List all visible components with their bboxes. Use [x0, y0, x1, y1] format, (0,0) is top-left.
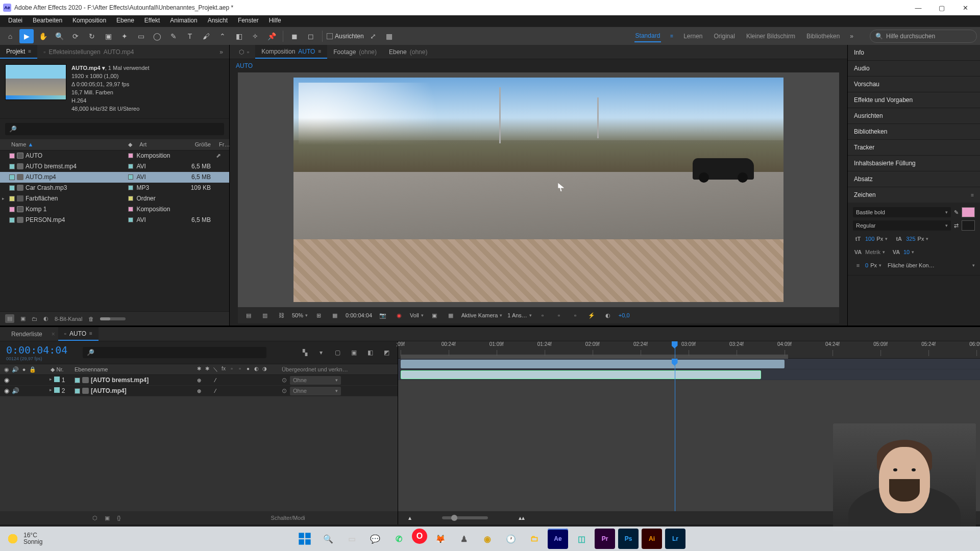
switch-modes-label[interactable]: Schalter/Modi — [271, 515, 305, 521]
tl-col-parent[interactable]: Übergeordnet und verkn… — [272, 366, 398, 372]
fill-over-stroke-dropdown[interactable]: Fläche über Kon…▾ — [888, 262, 975, 268]
font-size-field[interactable]: tT100Px▾ — [853, 236, 888, 242]
taskbar-app-generic2[interactable]: ◉ — [477, 529, 498, 549]
snapshot-icon[interactable]: 📷 — [377, 310, 388, 321]
taskbar-firefox[interactable]: 🦊 — [430, 529, 451, 549]
tab-effect-controls[interactable]: ▫ Effekteinstellungen AUTO.mp4 » — [37, 45, 229, 59]
zoom-out-icon[interactable]: ▴ — [408, 514, 411, 521]
layer-clip-1[interactable] — [401, 360, 785, 368]
tl-toggle2-icon[interactable]: ▣ — [105, 515, 110, 521]
stroke-width-field[interactable]: ≡0Px▾ — [853, 262, 881, 268]
trash-icon[interactable]: 🗑 — [88, 316, 94, 322]
taskbar-premiere[interactable]: Pr — [595, 529, 615, 549]
panel-character[interactable]: Zeichen≡ — [848, 187, 980, 203]
view2-icon[interactable]: ▫ — [553, 310, 565, 321]
panel-content-aware[interactable]: Inhaltsbasierte Füllung — [848, 156, 980, 171]
taskbar-app-generic1[interactable]: ♟ — [454, 529, 474, 549]
view1-icon[interactable]: ▫ — [537, 310, 548, 321]
chain-icon[interactable]: ⛓ — [276, 310, 287, 321]
effectcontrols-overflow-icon[interactable]: » — [219, 48, 223, 56]
project-list[interactable]: AUTO Komposition ⬈ AUTO bremst.mp4 AVI 6… — [0, 151, 229, 311]
viewer-timecode[interactable]: 0:00:04:04 — [346, 312, 372, 318]
taskbar-clock[interactable]: 🕐 — [501, 529, 521, 549]
tab-composition-menu-icon[interactable]: ≡ — [318, 48, 321, 54]
timeline-ruler[interactable]: ;09f00:24f01:09f01:24f02:09f02:24f03:09f… — [398, 341, 980, 359]
channel-icon[interactable]: ◉ — [394, 310, 405, 321]
workspace-menu-icon[interactable]: ≡ — [670, 33, 673, 39]
stroke-swap-icon[interactable]: ⇄ — [954, 222, 959, 229]
close-button[interactable]: ✕ — [953, 0, 977, 15]
tl-shy-icon[interactable]: ▾ — [316, 349, 326, 356]
taskbar-chat[interactable]: 💬 — [365, 529, 385, 549]
rotate-tool[interactable]: ↻ — [85, 29, 99, 43]
leading-field[interactable]: tA325Px▾ — [894, 236, 928, 242]
font-family-dropdown[interactable]: Bastile bold▾ — [853, 207, 951, 217]
menu-window[interactable]: Fenster — [233, 15, 264, 27]
kerning-field[interactable]: VAMetrik▾ — [853, 249, 885, 255]
project-item[interactable]: AUTO Komposition ⬈ — [0, 151, 229, 161]
tl-frame-blend-icon[interactable]: ▢ — [332, 349, 342, 356]
panel-paragraph[interactable]: Absatz — [848, 171, 980, 187]
col-type[interactable]: Art — [136, 141, 187, 147]
res-full-icon[interactable]: ⊞ — [313, 310, 324, 321]
grid-icon[interactable]: ▦ — [329, 310, 340, 321]
resolution-dropdown[interactable]: Voll▾ — [410, 312, 424, 318]
menu-file[interactable]: Datei — [3, 15, 28, 27]
brush-tool[interactable]: 🖌 — [199, 29, 213, 43]
tracking-field[interactable]: VA10▾ — [891, 249, 914, 255]
tl-twirl-icon[interactable]: ◆ — [51, 366, 55, 372]
taskbar-photoshop[interactable]: Ps — [618, 529, 639, 549]
tl-comp-flow-icon[interactable]: ▚ — [300, 349, 310, 356]
taskbar-search[interactable]: 🔍 — [318, 529, 338, 549]
text-color-swatch[interactable] — [962, 207, 975, 217]
timeline-zoom-slider[interactable] — [442, 516, 488, 519]
font-style-dropdown[interactable]: Regular▾ — [853, 220, 951, 231]
timeline-comp-menu-icon[interactable]: ≡ — [89, 331, 92, 336]
taskbar-lightroom[interactable]: Lr — [665, 529, 685, 549]
menu-help[interactable]: Hilfe — [264, 15, 286, 27]
camera-tool[interactable]: ▣ — [101, 29, 115, 43]
taskbar-app-generic3[interactable]: ◫ — [571, 529, 592, 549]
tab-layer[interactable]: Ebene (ohne) — [383, 45, 433, 59]
snap-checkbox[interactable] — [327, 33, 333, 39]
eraser-tool[interactable]: ◧ — [232, 29, 246, 43]
fill-stroke2-icon[interactable]: ◻ — [304, 29, 318, 43]
stroke-color-swatch[interactable] — [962, 220, 975, 231]
bpc-label[interactable]: 8-Bit-Kanal — [55, 316, 82, 322]
layer-clip-2[interactable] — [401, 370, 762, 379]
fast-prev-icon[interactable]: ⚡ — [586, 310, 597, 321]
puppet-tool[interactable]: 📌 — [264, 29, 279, 43]
menu-animation[interactable]: Animation — [165, 15, 202, 27]
tl-dopesheet-icon[interactable]: ◩ — [381, 349, 391, 356]
view3-icon[interactable]: ▫ — [570, 310, 581, 321]
composition-viewer[interactable] — [238, 72, 839, 307]
menu-layer[interactable]: Ebene — [111, 15, 139, 27]
project-item[interactable]: AUTO bremst.mp4 AVI 6,5 MB — [0, 161, 229, 172]
current-time-indicator[interactable] — [675, 341, 675, 358]
tl-mb-icon[interactable]: ▣ — [349, 349, 359, 356]
project-item[interactable]: Car Crash.mp3 MP3 109 KB — [0, 183, 229, 193]
panel-effects[interactable]: Effekte und Vorgaben — [848, 92, 980, 108]
taskbar-weather[interactable]: 16°CSonnig — [6, 532, 42, 545]
panel-libraries[interactable]: Bibliotheken — [848, 124, 980, 139]
snap-opt2-icon[interactable]: ▦ — [382, 29, 397, 43]
anchor-tool[interactable]: ✦ — [117, 29, 132, 43]
taskbar-whatsapp[interactable]: ✆ — [388, 529, 409, 549]
tab-composition[interactable]: Komposition AUTO ≡ — [255, 45, 327, 59]
shape-ellipse-tool[interactable]: ◯ — [150, 29, 164, 43]
hand-tool[interactable]: ✋ — [36, 29, 50, 43]
fill-stroke-icon[interactable]: ◼ — [287, 29, 302, 43]
help-search[interactable]: 🔍 Hilfe durchsuchen — [870, 30, 977, 43]
timeline-layer[interactable]: ◉ ▸1 [AUTO bremst.mp4] ⊕∕ ⊙Ohne▾ — [0, 375, 398, 386]
thumb-slider[interactable] — [100, 317, 126, 320]
workspace-small[interactable]: Kleiner Bildschirm — [745, 31, 796, 42]
clone-tool[interactable]: ⌃ — [215, 29, 230, 43]
taskbar-taskview[interactable]: ▭ — [341, 529, 362, 549]
project-item[interactable]: AUTO.mp4 AVI 6,5 MB — [0, 172, 229, 183]
panel-align[interactable]: Ausrichten — [848, 108, 980, 123]
tl-graph-icon[interactable]: ◧ — [365, 349, 375, 356]
interpret-icon[interactable]: ▤ — [5, 314, 14, 323]
camera-dropdown[interactable]: Aktive Kamera▾ — [461, 312, 503, 318]
taskbar-start[interactable] — [295, 529, 315, 549]
panel-info[interactable]: Info — [848, 45, 980, 60]
